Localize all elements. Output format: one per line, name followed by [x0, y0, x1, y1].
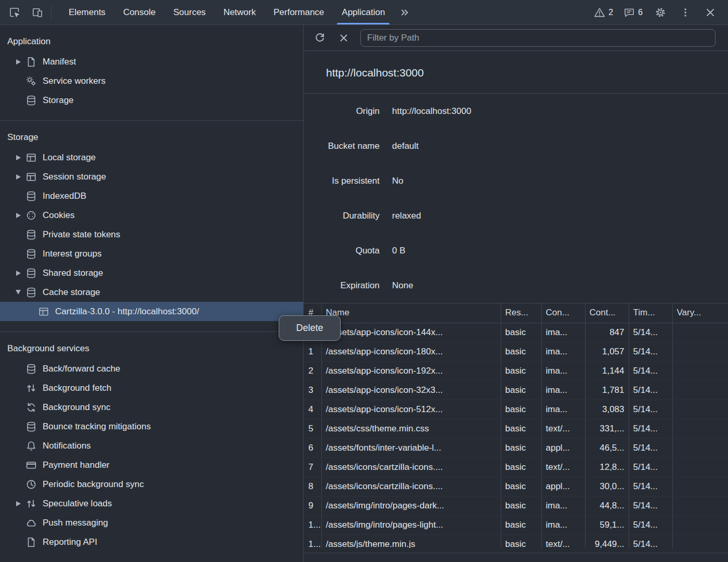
toggle-device-toolbar-button[interactable]	[27, 2, 48, 23]
cell-name: /assets/icons/cartzilla-icons....	[321, 477, 501, 496]
sidebar-item-label: Periodic background sync	[43, 479, 144, 490]
tab-sources[interactable]: Sources	[164, 0, 214, 24]
table-row[interactable]: 3/assets/app-icons/icon-32x3...basicima.…	[304, 380, 728, 400]
menu-button[interactable]	[675, 2, 696, 23]
cell-num: 4	[304, 400, 321, 419]
sidebar-item-periodic-background-sync[interactable]: Periodic background sync	[0, 475, 303, 494]
chevron-right-icon[interactable]	[12, 155, 24, 160]
chevron-down-icon[interactable]	[12, 290, 24, 295]
warnings-indicator[interactable]: 2	[591, 2, 616, 23]
sidebar-item-session-storage[interactable]: Session storage	[0, 167, 303, 186]
chevron-right-icon[interactable]	[12, 174, 24, 180]
chevron-right-icon[interactable]	[12, 271, 24, 276]
sidebar-item-interest-groups[interactable]: Interest groups	[0, 244, 303, 263]
sidebar-item-cartzilla-3-0-0-http-localhost-3000[interactable]: Cartzilla-3.0.0 - http://localhost:3000/	[0, 302, 303, 321]
column-header-vary[interactable]: Vary...	[672, 303, 728, 323]
sidebar-section-application: ApplicationManifestService workersStorag…	[0, 25, 303, 120]
badge-count: 2	[608, 8, 613, 17]
table-row[interactable]: 0/assets/app-icons/icon-144x...basicima.…	[304, 323, 728, 342]
sidebar-item-private-state-tokens[interactable]: Private state tokens	[0, 225, 303, 244]
sidebar-item-storage[interactable]: Storage	[0, 91, 303, 110]
cell-con: ima...	[541, 361, 585, 380]
tab-network[interactable]: Network	[215, 0, 265, 24]
table-row[interactable]: 8/assets/icons/cartzilla-icons....basica…	[304, 477, 728, 496]
filter-by-path-input[interactable]	[360, 29, 716, 47]
cell-tim: 5/14...	[629, 438, 672, 457]
cell-con: text/...	[541, 534, 585, 548]
more-tabs-button[interactable]	[394, 2, 414, 23]
sidebar-item-back-forward-cache[interactable]: Back/forward cache	[0, 359, 303, 378]
table-row[interactable]: 9/assets/img/intro/pages-dark...basicima…	[304, 496, 728, 515]
column-header-name[interactable]: Name	[321, 303, 501, 323]
cell-vary	[672, 419, 728, 438]
settings-button[interactable]	[650, 2, 671, 23]
column-header-con[interactable]: Con...	[541, 303, 585, 323]
bell-icon	[25, 440, 37, 452]
table-row[interactable]: 1/assets/app-icons/icon-180x...basicima.…	[304, 342, 728, 361]
sidebar-item-payment-handler[interactable]: Payment handler	[0, 455, 303, 475]
sidebar-item-push-messaging[interactable]: Push messaging	[0, 513, 303, 532]
database-icon	[25, 363, 37, 375]
table-row[interactable]: 2/assets/app-icons/icon-192x...basicima.…	[304, 361, 728, 380]
sidebar-item-label: Background sync	[43, 402, 110, 413]
origin-title: http://localhost:3000	[304, 51, 728, 94]
table-row[interactable]: 1.../assets/js/theme.min.jsbasictext/...…	[304, 534, 728, 548]
toolbar-left	[0, 0, 48, 24]
tab-console[interactable]: Console	[114, 0, 164, 24]
filter-bar	[304, 25, 728, 51]
table-row[interactable]: 6/assets/fonts/inter-variable-l...basica…	[304, 438, 728, 457]
cell-num: 1...	[304, 515, 321, 534]
column-header-res[interactable]: Res...	[501, 303, 541, 323]
sidebar-item-background-fetch[interactable]: Background fetch	[0, 378, 303, 398]
sidebar-item-bounce-tracking-mitigations[interactable]: Bounce tracking mitigations	[0, 417, 303, 436]
cell-num: 2	[304, 361, 321, 380]
cell-vary	[672, 477, 728, 496]
sidebar-item-cache-storage[interactable]: Cache storage	[0, 283, 303, 302]
tab-application[interactable]: Application	[333, 0, 394, 24]
cell-len: 3,083	[585, 400, 629, 419]
meta-row-expiration: ExpirationNone	[304, 268, 728, 303]
sidebar-item-background-sync[interactable]: Background sync	[0, 398, 303, 417]
table-row[interactable]: 7/assets/icons/cartzilla-icons....basict…	[304, 457, 728, 477]
chevron-right-icon[interactable]	[12, 59, 24, 65]
sidebar-tree: ApplicationManifestService workersStorag…	[0, 25, 303, 562]
column-header-len[interactable]: Cont...	[585, 303, 629, 323]
cell-con: ima...	[541, 342, 585, 361]
cell-len: 331,...	[585, 419, 629, 438]
table-row[interactable]: 4/assets/app-icons/icon-512x...basicima.…	[304, 400, 728, 419]
chevron-right-icon[interactable]	[12, 501, 24, 506]
messages-indicator[interactable]: 6	[620, 2, 646, 23]
inspect-button[interactable]	[4, 2, 25, 23]
sidebar-item-service-workers[interactable]: Service workers	[0, 71, 303, 91]
toolbar-separator	[51, 6, 51, 19]
sidebar-item-manifest[interactable]: Manifest	[0, 52, 303, 71]
cell-name: /assets/fonts/inter-variable-l...	[321, 438, 501, 457]
cell-vary	[672, 534, 728, 548]
updown-icon	[25, 497, 37, 510]
meta-label: Quota	[304, 246, 380, 256]
table-row[interactable]: 1.../assets/img/intro/pages-light...basi…	[304, 515, 728, 534]
table-row[interactable]: 5/assets/css/theme.min.cssbasictext/...3…	[304, 419, 728, 438]
cell-len: 1,781	[585, 380, 629, 400]
sidebar-item-shared-storage[interactable]: Shared storage	[0, 263, 303, 283]
sidebar-item-local-storage[interactable]: Local storage	[0, 148, 303, 167]
context-menu-item-delete[interactable]: Delete	[287, 323, 332, 334]
cell-res: basic	[501, 496, 541, 515]
sidebar-item-notifications[interactable]: Notifications	[0, 436, 303, 455]
tab-performance[interactable]: Performance	[265, 0, 333, 24]
column-header-tim[interactable]: Tim...	[629, 303, 672, 323]
sidebar-item-reporting-api[interactable]: Reporting API	[0, 532, 303, 552]
cell-tim: 5/14...	[629, 323, 672, 342]
sidebar-item-indexeddb[interactable]: IndexedDB	[0, 186, 303, 206]
meta-value: http://localhost:3000	[392, 106, 471, 117]
sidebar-item-speculative-loads[interactable]: Speculative loads	[0, 494, 303, 513]
sidebar-item-cookies[interactable]: Cookies	[0, 206, 303, 225]
close-devtools-button[interactable]	[700, 2, 721, 23]
meta-label: Bucket name	[304, 141, 380, 151]
refresh-button[interactable]	[309, 28, 330, 48]
delete-selected-button[interactable]	[333, 28, 354, 48]
chevron-right-icon[interactable]	[12, 213, 24, 218]
meta-label: Expiration	[304, 280, 380, 291]
meta-row-durability: Durabilityrelaxed	[304, 198, 728, 233]
tab-elements[interactable]: Elements	[60, 0, 114, 24]
